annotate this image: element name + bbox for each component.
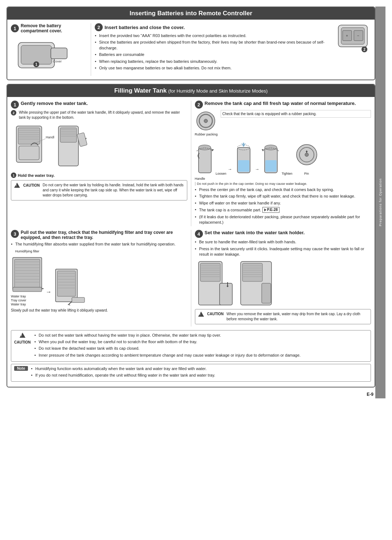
rubber-packing-label: Rubber packing bbox=[195, 133, 218, 136]
caution-box-step1: CAUTION Do not carry the water tank by h… bbox=[11, 180, 187, 200]
caution-step1-text: Do not carry the water tank by holding i… bbox=[43, 183, 184, 198]
bullet-item: Tighten the tank cap firmly, wipe off sp… bbox=[195, 194, 371, 199]
filling-step1: 1 Gently remove the water tank. 2 While … bbox=[11, 101, 187, 226]
right-tab-text: Preparations for Operation bbox=[379, 178, 382, 226]
filling-step4-header: 4 Set the water tank into the water tank… bbox=[195, 230, 371, 238]
svg-text:2: 2 bbox=[363, 48, 366, 52]
svg-text:+: + bbox=[346, 34, 348, 38]
step4-diagram2 bbox=[237, 260, 277, 307]
bullet-item: If you do not need humidification, opera… bbox=[31, 373, 215, 378]
bottom-caution-text: Do not set the water tank without having… bbox=[34, 333, 368, 360]
step1-diagram2 bbox=[57, 122, 87, 170]
filter-diagram bbox=[11, 254, 44, 294]
filling-step3-circle: 3 bbox=[11, 230, 19, 238]
step2-bullets: Press the center pin of the tank cap, an… bbox=[195, 187, 371, 225]
hold-water-tray: 1 Hold the water tray. bbox=[11, 172, 187, 178]
caution-triangle-icon bbox=[14, 183, 20, 188]
bullet-item: Only use two manganese batteries or two … bbox=[95, 65, 332, 71]
caution-label-step1: CAUTION bbox=[14, 183, 40, 188]
svg-marker-70 bbox=[68, 304, 70, 305]
filling-section-title: Filling Water Tank (for Humidify Mode an… bbox=[7, 85, 375, 97]
filling-step1-circle: 1 bbox=[11, 101, 19, 109]
svg-rect-2 bbox=[51, 48, 67, 59]
filling-step2: 2 Remove the tank cap and fill fresh tap… bbox=[195, 101, 371, 226]
note-text: Humidifying function works automatically… bbox=[31, 366, 215, 379]
bullet-item: Be sure to handle the water-filled tank … bbox=[195, 239, 371, 245]
bottom-caution-box: CAUTION Do not set the water tank withou… bbox=[11, 330, 371, 362]
filling-step2-header: 2 Remove the tank cap and fill fresh tap… bbox=[195, 101, 371, 109]
pin-diagram bbox=[294, 138, 319, 171]
note-box: Note Humidifying function works automati… bbox=[11, 364, 371, 382]
tray-cover-label: Tray cover bbox=[11, 299, 26, 302]
step2-circle: 2 bbox=[95, 23, 103, 31]
water-tray2-label: Water tray bbox=[11, 303, 26, 306]
caution-step4-text: When you remove the water tank, water ma… bbox=[226, 312, 368, 322]
fill-diagram bbox=[234, 142, 254, 175]
bullet-item: Do not leave the detached water tank wit… bbox=[34, 346, 368, 351]
step-divider bbox=[91, 23, 91, 76]
bullet-item: Press the center pin of the tank cap, an… bbox=[195, 187, 371, 192]
caution-label-step4: CAUTION bbox=[198, 312, 224, 317]
bullet-item: When replacing batteries, replace the tw… bbox=[95, 59, 332, 64]
battery-step1: 1 Remove the battery compartment cover. … bbox=[11, 23, 87, 76]
arrow-right-icon bbox=[264, 208, 266, 211]
svg-point-46 bbox=[305, 153, 309, 157]
pin-label: Pin bbox=[294, 172, 319, 175]
tray-out-diagram bbox=[54, 265, 86, 305]
battery-step2-diagram: + − 2 bbox=[335, 23, 371, 56]
loosen-label: Loosen bbox=[216, 172, 226, 175]
tighten-label: Tighten bbox=[282, 172, 293, 175]
step3-diagrams: Humidifying filter bbox=[11, 249, 187, 306]
bullet-item: Wipe off water on the water tank handle … bbox=[195, 200, 371, 206]
note-label: Note bbox=[14, 366, 28, 371]
tighten-diagram bbox=[261, 142, 281, 175]
step1-diagram1: Handle bbox=[11, 122, 54, 170]
svg-rect-89 bbox=[262, 283, 271, 303]
svg-rect-50 bbox=[15, 259, 40, 288]
step3-bullets: The humidifying filter absorbs water sup… bbox=[11, 241, 187, 247]
bullet-item: The humidifying filter absorbs water sup… bbox=[11, 241, 187, 247]
water-tray-label: Water tray bbox=[11, 295, 26, 298]
filling-step3-header: 3 Pull out the water tray, check that th… bbox=[11, 230, 187, 240]
svg-point-35 bbox=[199, 145, 211, 150]
rubber-packing-diagram bbox=[195, 110, 217, 132]
svg-rect-41 bbox=[265, 160, 277, 172]
bullet-item: Batteries are consumable bbox=[95, 52, 332, 57]
loosen-diagram bbox=[195, 142, 215, 175]
battery-step1-diagram: Cover 1 bbox=[11, 35, 76, 75]
right-side-tab: Preparations for Operation bbox=[375, 7, 385, 398]
svg-rect-25 bbox=[60, 128, 77, 142]
filling-step1-header: 1 Gently remove the water tank. bbox=[11, 101, 187, 109]
svg-rect-34 bbox=[199, 147, 211, 173]
battery-step2-bullets: Insert the provided two "AAA" R03 batter… bbox=[95, 33, 332, 71]
svg-rect-62 bbox=[57, 271, 75, 296]
rubber-packing-note: Check that the tank cap is equipped with… bbox=[221, 110, 371, 118]
step1-circle: 1 bbox=[11, 24, 19, 32]
step4-diagram1 bbox=[195, 260, 235, 307]
filling-step4: 4 Set the water tank into the water tank… bbox=[195, 230, 371, 326]
filling-step4-circle: 4 bbox=[195, 230, 203, 238]
svg-point-42 bbox=[265, 145, 277, 150]
caution-box-step4: CAUTION When you remove the water tank, … bbox=[195, 309, 371, 324]
step2-handle-label: Handle bbox=[195, 177, 371, 180]
battery-step2-title: 2 Insert batteries and close the cover. bbox=[95, 23, 332, 31]
battery-section: Inserting Batteries into Remote Controll… bbox=[7, 7, 375, 80]
caution-triangle-icon2 bbox=[198, 312, 204, 317]
svg-rect-38 bbox=[238, 160, 249, 172]
svg-rect-21 bbox=[19, 146, 39, 160]
battery-step1-title: 1 Remove the battery compartment cover. bbox=[11, 23, 87, 33]
battery-section-title: Inserting Batteries into Remote Controll… bbox=[7, 7, 375, 20]
substep-circle: 2 bbox=[11, 110, 16, 115]
svg-rect-59 bbox=[13, 287, 42, 292]
filling-section: Filling Water Tank (for Humidify Mode an… bbox=[7, 84, 375, 387]
svg-text:1: 1 bbox=[35, 62, 37, 66]
battery-step2: 2 Insert batteries and close the cover. … bbox=[95, 23, 371, 76]
bullet-item: Inner pressure of the tank changes accor… bbox=[34, 353, 368, 358]
step4-diagrams bbox=[195, 260, 371, 307]
bullet-item: Do not set the water tank without having… bbox=[34, 333, 368, 338]
svg-text:Cover: Cover bbox=[53, 60, 62, 63]
filling-step3: 3 Pull out the water tray, check that th… bbox=[11, 230, 187, 326]
col-divider-34 bbox=[191, 230, 191, 326]
step4-bullets: Be sure to handle the water-filled tank … bbox=[195, 239, 371, 257]
col-divider-12 bbox=[191, 101, 191, 226]
